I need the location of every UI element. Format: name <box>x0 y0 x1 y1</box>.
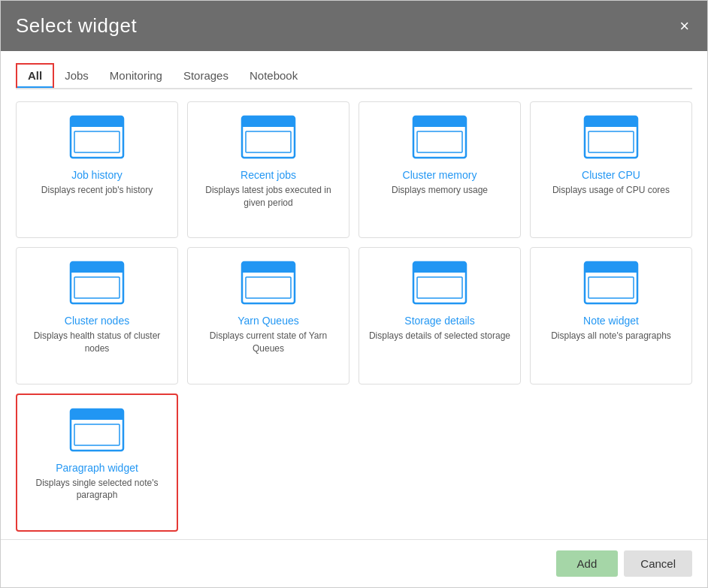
widget-name-recent-jobs: Recent jobs <box>241 169 296 181</box>
dialog-body: All Jobs Monitoring Storages Notebook Jo… <box>1 51 707 539</box>
widget-name-yarn-queues: Yarn Queues <box>238 315 298 327</box>
svg-rect-3 <box>74 131 120 152</box>
widget-desc-job-history: Displays recent job's history <box>41 184 153 197</box>
widget-desc-cluster-cpu: Displays usage of CPU cores <box>552 184 670 197</box>
widget-desc-cluster-memory: Displays memory usage <box>392 184 488 197</box>
widget-icon-recent-jobs <box>238 113 298 161</box>
tab-jobs[interactable]: Jobs <box>54 65 99 86</box>
svg-rect-34 <box>71 416 123 420</box>
widget-name-job-history: Job history <box>71 169 123 181</box>
widget-card-paragraph-widget[interactable]: Paragraph widgetDisplays single selected… <box>16 394 178 532</box>
widget-desc-cluster-nodes: Displays health status of cluster nodes <box>26 330 168 355</box>
dialog-title: Select widget <box>16 14 137 38</box>
widget-card-recent-jobs[interactable]: Recent jobsDisplays latest jobs executed… <box>187 101 349 238</box>
widget-icon-cluster-memory <box>410 113 470 161</box>
svg-rect-31 <box>588 277 634 298</box>
widget-icon-cluster-nodes <box>67 258 127 307</box>
widget-desc-note-widget: Displays all note's paragraphs <box>551 330 671 342</box>
widget-desc-paragraph-widget: Displays single selected note's paragrap… <box>26 477 168 502</box>
widget-icon-note-widget <box>581 258 641 307</box>
svg-rect-23 <box>246 277 291 298</box>
widget-card-storage-details[interactable]: Storage detailsDisplays details of selec… <box>359 247 521 384</box>
widget-card-cluster-cpu[interactable]: Cluster CPUDisplays usage of CPU cores <box>530 101 692 238</box>
svg-rect-6 <box>242 123 295 127</box>
widget-name-storage-details: Storage details <box>404 315 474 327</box>
svg-rect-19 <box>74 277 120 298</box>
svg-rect-2 <box>71 123 123 127</box>
dialog-footer: Add Cancel <box>1 539 707 587</box>
widget-card-cluster-memory[interactable]: Cluster memoryDisplays memory usage <box>359 101 521 238</box>
widget-icon-storage-details <box>410 258 470 307</box>
widget-icon-cluster-cpu <box>581 113 641 161</box>
widget-desc-storage-details: Displays details of selected storage <box>369 330 510 342</box>
widget-name-cluster-cpu: Cluster CPU <box>582 169 640 181</box>
svg-rect-26 <box>413 269 466 273</box>
tab-storages[interactable]: Storages <box>173 65 239 86</box>
close-button[interactable]: × <box>676 18 692 35</box>
svg-rect-7 <box>246 131 291 152</box>
add-button[interactable]: Add <box>556 550 619 577</box>
tabs-bar: All Jobs Monitoring Storages Notebook <box>16 59 692 89</box>
widget-card-cluster-nodes[interactable]: Cluster nodesDisplays health status of c… <box>16 247 178 384</box>
widget-card-yarn-queues[interactable]: Yarn QueuesDisplays current state of Yar… <box>187 247 349 384</box>
widget-name-cluster-memory: Cluster memory <box>403 169 477 181</box>
widget-name-cluster-nodes: Cluster nodes <box>65 315 129 327</box>
svg-rect-14 <box>585 123 637 127</box>
svg-rect-22 <box>242 269 295 273</box>
widget-icon-paragraph-widget <box>67 406 127 454</box>
tab-notebook[interactable]: Notebook <box>239 65 308 86</box>
dialog-header: Select widget × <box>1 1 707 51</box>
widget-name-note-widget: Note widget <box>583 315 639 327</box>
widget-icon-job-history <box>67 113 127 161</box>
cancel-button[interactable]: Cancel <box>624 550 692 577</box>
select-widget-dialog: Select widget × All Jobs Monitoring Stor… <box>0 0 708 588</box>
svg-rect-18 <box>71 269 123 273</box>
svg-rect-10 <box>413 123 466 127</box>
svg-rect-15 <box>588 131 634 152</box>
tab-monitoring[interactable]: Monitoring <box>99 65 173 86</box>
widget-name-paragraph-widget: Paragraph widget <box>56 462 138 474</box>
widget-desc-yarn-queues: Displays current state of Yarn Queues <box>197 330 340 355</box>
tab-all[interactable]: All <box>16 63 54 88</box>
svg-rect-35 <box>74 424 120 445</box>
svg-rect-30 <box>585 269 637 273</box>
widget-desc-recent-jobs: Displays latest jobs executed in given p… <box>197 184 340 210</box>
widgets-grid: Job historyDisplays recent job's history… <box>16 101 692 532</box>
svg-rect-27 <box>417 277 462 298</box>
widget-card-note-widget[interactable]: Note widgetDisplays all note's paragraph… <box>530 247 692 384</box>
widget-icon-yarn-queues <box>238 258 298 307</box>
svg-rect-11 <box>417 131 462 152</box>
widget-card-job-history[interactable]: Job historyDisplays recent job's history <box>16 101 178 238</box>
